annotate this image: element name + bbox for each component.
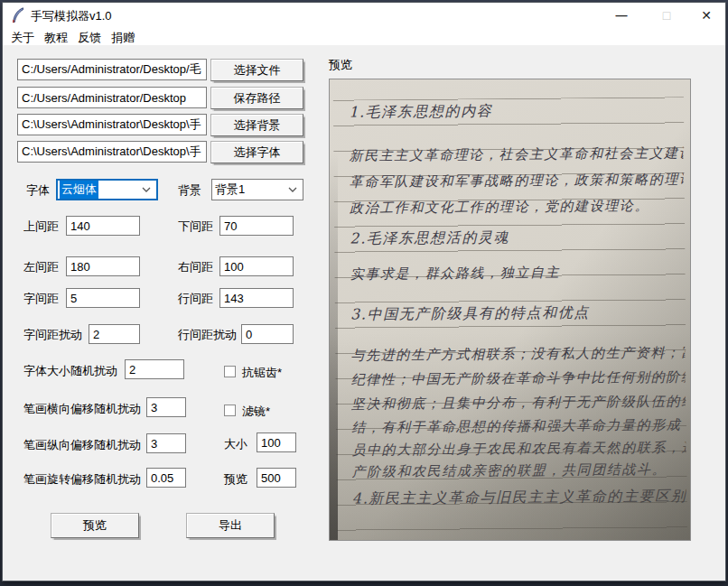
- font-size-jitter-input[interactable]: [125, 359, 184, 379]
- char-spacing-jitter-label: 字间距扰动: [23, 327, 82, 343]
- choose-font-button[interactable]: 选择字体: [210, 141, 303, 163]
- char-spacing-label: 字间距: [23, 291, 59, 307]
- stroke-v-jitter-input[interactable]: [146, 433, 186, 453]
- stroke-h-jitter-label: 笔画横向偏移随机扰动: [23, 401, 141, 417]
- stroke-rot-jitter-input[interactable]: [146, 468, 186, 488]
- handwriting-line: 政治工作和文化工作的理论，党的建设理论。: [350, 197, 684, 217]
- handwriting-line: 新民主主义革命理论，社会主义革命和社会主义建设理论，: [349, 144, 683, 164]
- handwriting-line: 与先进的生产方式相联系；没有私人的生产资料；富于组织: [350, 344, 685, 364]
- title-bar[interactable]: 手写模拟器v1.0 — □ ✕: [3, 3, 725, 27]
- export-button[interactable]: 导出: [186, 513, 275, 538]
- menu-feedback[interactable]: 反馈: [75, 29, 104, 47]
- stroke-h-jitter-input[interactable]: [146, 397, 186, 417]
- handwriting-line: 4.新民主主义革命与旧民主主义革命的主要区别: [352, 487, 686, 508]
- chevron-down-icon: [288, 187, 297, 192]
- size-label: 大小: [224, 436, 247, 452]
- menu-about[interactable]: 关于: [8, 29, 37, 47]
- feather-app-icon: [11, 7, 24, 23]
- left-margin-input[interactable]: [66, 256, 140, 276]
- choose-background-button[interactable]: 选择背景: [210, 114, 303, 136]
- bottom-margin-input[interactable]: [219, 216, 294, 236]
- char-spacing-input[interactable]: [66, 288, 140, 308]
- char-spacing-jitter-input[interactable]: [89, 324, 140, 344]
- right-margin-label: 右间距: [178, 259, 213, 275]
- font-file-input[interactable]: [17, 141, 207, 163]
- menu-donate[interactable]: 捐赠: [108, 29, 137, 47]
- handwriting-line: 产阶级和农民结成亲密的联盟，共同团结战斗。: [351, 460, 686, 480]
- font-size-jitter-label: 字体大小随机扰动: [23, 363, 117, 379]
- background-file-input[interactable]: [17, 114, 207, 135]
- window-title: 手写模拟器v1.0: [31, 8, 112, 24]
- antialias-label: 抗锯齿*: [242, 365, 282, 381]
- stroke-v-jitter-label: 笔画纵向偏移随机扰动: [23, 437, 141, 453]
- line-spacing-input[interactable]: [219, 288, 294, 308]
- handwriting-line: 1.毛泽东思想的内容: [349, 100, 683, 122]
- top-margin-label: 上间距: [23, 219, 59, 235]
- choose-file-button[interactable]: 选择文件: [210, 59, 303, 81]
- font-select-value: 云烟体: [60, 181, 98, 199]
- photo-shadow-left: [330, 152, 338, 540]
- background-select[interactable]: 背景1: [211, 179, 303, 200]
- close-button[interactable]: ✕: [687, 3, 725, 27]
- handwriting-line: 纪律性；中国无产阶级在革命斗争中比任何别的阶级都来的: [351, 368, 686, 388]
- save-path-button[interactable]: 保存路径: [210, 87, 303, 109]
- app-window: 手写模拟器v1.0 — □ ✕ 关于 教程 反馈 捐赠 选择文件 保存路径 选择…: [2, 2, 726, 581]
- chevron-down-icon: [142, 187, 151, 192]
- size-input[interactable]: [257, 433, 296, 452]
- client-area: 选择文件 保存路径 选择背景 选择字体 字体 云烟体 背景 背景1 上间距 下间…: [3, 45, 725, 581]
- preview-panel-label: 预览: [329, 57, 352, 73]
- antialias-checkbox[interactable]: [224, 366, 236, 377]
- minimize-button[interactable]: —: [602, 3, 640, 27]
- handwriting-line: 坚决和彻底；且集中分布，有利于无产阶级队伍的组织和团: [351, 393, 686, 413]
- filter-label: 滤镜*: [242, 404, 270, 420]
- source-file-input[interactable]: [17, 59, 207, 80]
- preview-size-label: 预览: [224, 471, 247, 488]
- save-path-input[interactable]: [17, 87, 207, 108]
- line-spacing-label: 行间距: [178, 291, 213, 307]
- handwriting-layer: 1.毛泽东思想的内容 新民主主义革命理论，社会主义革命和社会主义建设理论， 革命…: [329, 79, 691, 541]
- handwriting-line: 革命军队建设和军事战略的理论，政策和策略的理论，思想: [350, 171, 684, 191]
- handwriting-line: 结，有利于革命思想的传播和强大革命力量的形成；它的成: [351, 416, 686, 436]
- maximize-button[interactable]: □: [648, 3, 686, 27]
- menu-tutorial[interactable]: 教程: [42, 29, 70, 47]
- handwriting-line: 员中的大部分出身于农民和农民有着天然的联系，这便使无: [351, 439, 686, 459]
- line-spacing-jitter-label: 行间距扰动: [178, 327, 237, 343]
- bottom-margin-label: 下间距: [178, 219, 213, 235]
- menu-bar: 关于 教程 反馈 捐赠: [3, 27, 725, 45]
- right-margin-input[interactable]: [219, 256, 294, 276]
- top-margin-input[interactable]: [66, 216, 140, 236]
- handwriting-line: 2.毛泽东思想活的灵魂: [350, 227, 684, 248]
- line-spacing-jitter-input[interactable]: [241, 324, 294, 344]
- preview-image: 1.毛泽东思想的内容 新民主主义革命理论，社会主义革命和社会主义建设理论， 革命…: [329, 79, 691, 541]
- font-label: 字体: [26, 182, 50, 199]
- left-margin-label: 左间距: [23, 259, 59, 275]
- handwriting-line: 3.中国无产阶级具有的特点和优点: [350, 302, 685, 324]
- preview-size-input[interactable]: [257, 468, 296, 488]
- preview-button[interactable]: 预览: [51, 513, 139, 538]
- font-select[interactable]: 云烟体: [56, 179, 158, 200]
- background-select-value: 背景1: [215, 181, 245, 198]
- background-label: 背景: [178, 182, 201, 199]
- handwriting-line: 实事求是，群众路线，独立自主: [350, 263, 685, 283]
- stroke-rot-jitter-label: 笔画旋转偏移随机扰动: [23, 471, 141, 488]
- filter-checkbox[interactable]: [224, 405, 236, 416]
